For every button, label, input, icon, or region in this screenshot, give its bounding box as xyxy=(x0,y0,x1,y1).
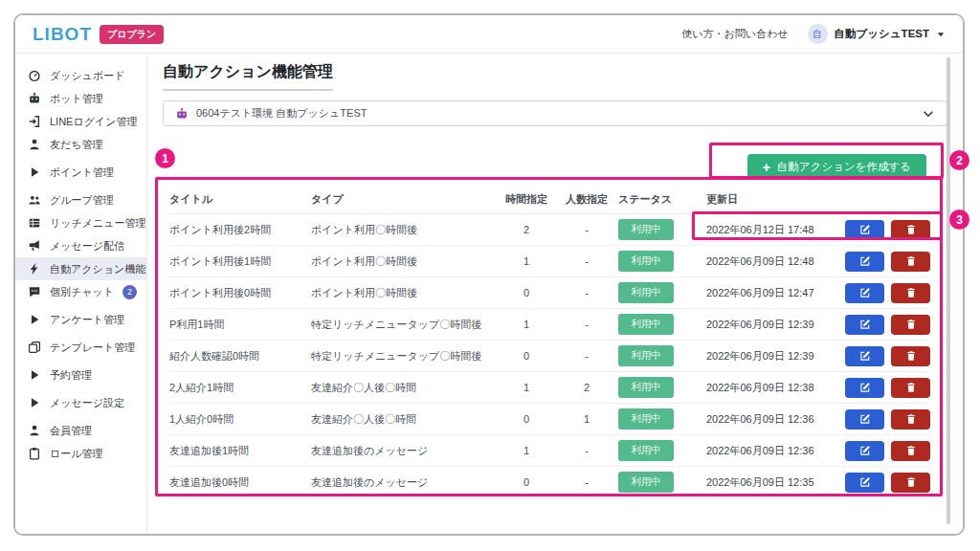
cell-title: 1人紹介0時間 xyxy=(169,412,311,427)
create-auto-action-button[interactable]: + 自動アクションを作成する xyxy=(747,154,926,180)
cell-title: ポイント利用後1時間 xyxy=(169,254,311,269)
caret-down-icon xyxy=(936,30,946,39)
sidebar-item-label: 自動アクション機能 xyxy=(50,262,145,276)
edit-button[interactable] xyxy=(845,441,884,461)
trash-icon xyxy=(905,476,917,488)
cell-count: 1 xyxy=(555,413,618,425)
sidebar-item-15[interactable]: ロール管理 xyxy=(15,442,146,465)
edit-icon xyxy=(859,319,871,330)
cell-count: 2 xyxy=(555,382,618,393)
delete-button[interactable] xyxy=(891,346,930,366)
chat-icon xyxy=(28,285,41,298)
edit-button[interactable] xyxy=(845,220,884,240)
bot-selector[interactable]: 0604テスト環境 自動プッシュTEST xyxy=(163,100,947,126)
sidebar-item-label: 個別チャット xyxy=(50,285,114,299)
sidebar-item-3[interactable]: 友だち管理 xyxy=(15,133,146,156)
edit-button[interactable] xyxy=(845,346,884,366)
scrollbar[interactable] xyxy=(947,57,950,524)
sidebar-item-label: 予約管理 xyxy=(50,368,92,383)
cell-status: 利用中 xyxy=(618,314,706,335)
delete-button[interactable] xyxy=(891,315,930,335)
column-header-2: 時間指定 xyxy=(498,192,555,207)
cell-actions xyxy=(835,441,930,461)
status-badge: 利用中 xyxy=(618,345,674,366)
status-badge: 利用中 xyxy=(618,251,674,272)
cell-updated: 2022年06月09日 12:36 xyxy=(706,412,835,427)
app-window: LIBOT プロプラン 使い方・お問い合わせ 自 自動プッシュTEST ダッシュ… xyxy=(13,13,965,536)
column-header-0: タイトル xyxy=(169,192,311,207)
cell-time: 1 xyxy=(498,319,555,330)
sidebar-item-0[interactable]: ダッシュボード xyxy=(15,64,146,87)
sidebar-item-1[interactable]: ボット管理 xyxy=(15,87,146,110)
sidebar-item-8[interactable]: 自動アクション機能 xyxy=(15,257,146,280)
cell-count: - xyxy=(555,445,618,456)
sidebar-item-11[interactable]: テンプレート管理 xyxy=(15,336,146,359)
status-badge: 利用中 xyxy=(618,314,674,335)
caret-right-icon xyxy=(28,396,41,409)
cell-count: - xyxy=(555,255,618,267)
auto-actions-table: タイトルタイプ時間指定人数指定ステータス更新日 ポイント利用後2時間ポイント利用… xyxy=(157,186,943,498)
sidebar-item-13[interactable]: メッセージ設定 xyxy=(15,391,146,414)
cell-status: 利用中 xyxy=(618,219,706,240)
sidebar-item-label: ロール管理 xyxy=(50,447,103,461)
table-row: ポイント利用後0時間ポイント利用〇時間後0-利用中2022年06月09日 12:… xyxy=(169,277,930,309)
status-badge: 利用中 xyxy=(618,472,674,493)
bolt-icon xyxy=(28,262,41,276)
sidebar-item-14[interactable]: 会員管理 xyxy=(15,419,146,442)
sidebar-item-5[interactable]: グループ管理 xyxy=(15,188,146,211)
trash-icon xyxy=(905,319,917,330)
edit-button[interactable] xyxy=(845,378,884,398)
sidebar-item-12[interactable]: 予約管理 xyxy=(15,364,146,386)
delete-button[interactable] xyxy=(891,409,930,430)
sidebar-item-label: リッチメニュー管理 xyxy=(50,216,146,231)
cell-type: ポイント利用〇時間後 xyxy=(311,223,498,237)
user-icon xyxy=(28,138,41,151)
delete-button[interactable] xyxy=(891,473,930,493)
cell-actions xyxy=(835,283,930,303)
edit-button[interactable] xyxy=(845,409,884,430)
edit-button[interactable] xyxy=(845,252,884,272)
sidebar-item-2[interactable]: LINEログイン管理 xyxy=(15,110,146,133)
delete-button[interactable] xyxy=(891,220,930,240)
trash-icon xyxy=(905,413,917,425)
edit-button[interactable] xyxy=(845,283,884,303)
account-menu[interactable]: 自 自動プッシュTEST xyxy=(808,24,946,44)
sidebar-item-6[interactable]: リッチメニュー管理 xyxy=(15,211,146,234)
cell-count: - xyxy=(555,350,618,362)
sidebar-item-label: ボット管理 xyxy=(50,92,103,106)
table-row: 2人紹介1時間友達紹介〇人後〇時間12利用中2022年06月09日 12:38 xyxy=(169,372,930,404)
table-body: ポイント利用後2時間ポイント利用〇時間後2-利用中2022年06月12日 17:… xyxy=(169,214,930,498)
table-row: 友達追加後1時間友達追加後のメッセージ1-利用中2022年06月09日 12:3… xyxy=(169,435,930,467)
sidebar-item-label: ダッシュボード xyxy=(50,69,125,83)
edit-button[interactable] xyxy=(845,473,884,493)
cell-actions xyxy=(835,220,930,240)
sidebar-item-label: LINEログイン管理 xyxy=(50,115,138,129)
cell-actions xyxy=(835,252,930,272)
cell-title: 友達追加後1時間 xyxy=(169,444,311,458)
column-header-5: 更新日 xyxy=(706,192,835,207)
delete-button[interactable] xyxy=(891,441,930,461)
help-contact-link[interactable]: 使い方・お問い合わせ xyxy=(681,27,788,41)
table-row: ポイント利用後1時間ポイント利用〇時間後1-利用中2022年06月09日 12:… xyxy=(169,246,930,277)
cell-time: 1 xyxy=(498,445,555,456)
sidebar-item-7[interactable]: メッセージ配信 xyxy=(15,234,146,257)
cell-actions xyxy=(835,346,930,366)
cell-type: 友達追加後のメッセージ xyxy=(311,444,498,458)
sidebar-item-10[interactable]: アンケート管理 xyxy=(15,308,146,331)
cell-type: 友達紹介〇人後〇時間 xyxy=(311,381,498,395)
cell-actions xyxy=(835,315,930,335)
cell-status: 利用中 xyxy=(618,377,706,398)
table-icon xyxy=(28,216,41,230)
cell-type: 特定リッチメニュータップ〇時間後 xyxy=(311,349,498,364)
cell-type: ポイント利用〇時間後 xyxy=(311,254,498,269)
delete-button[interactable] xyxy=(891,378,930,398)
edit-icon xyxy=(859,382,871,393)
edit-button[interactable] xyxy=(845,315,884,335)
delete-button[interactable] xyxy=(891,252,930,272)
sidebar-item-label: ポイント管理 xyxy=(50,165,114,180)
delete-button[interactable] xyxy=(891,283,930,303)
member-icon xyxy=(28,424,41,437)
robot-icon xyxy=(28,92,41,105)
sidebar-item-9[interactable]: 個別チャット2 xyxy=(15,280,146,303)
sidebar-item-4[interactable]: ポイント管理 xyxy=(15,161,146,184)
